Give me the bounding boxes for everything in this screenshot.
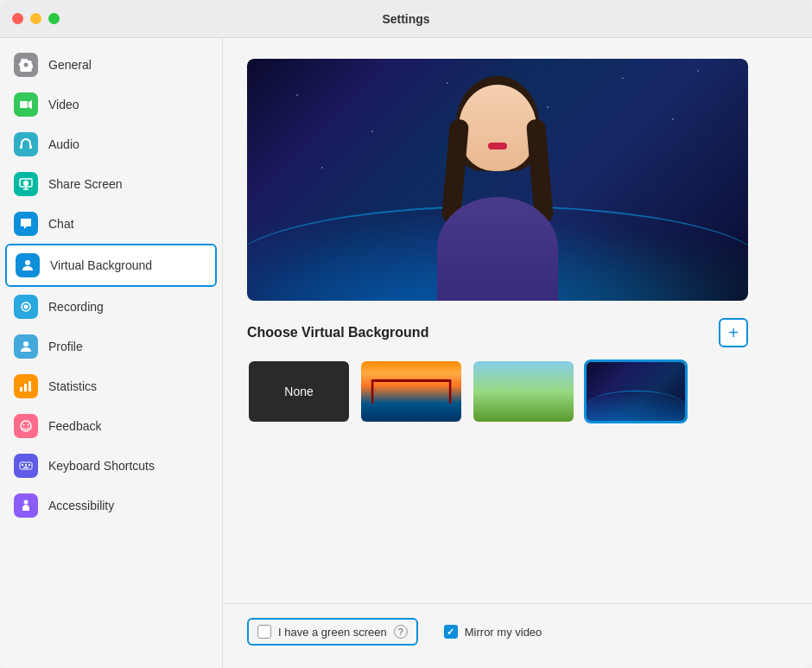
svg-rect-12 (20, 387, 22, 391)
sidebar-item-general[interactable]: General (0, 45, 222, 85)
bg-option-grass[interactable] (472, 359, 575, 423)
bg-grass-visual (473, 361, 574, 422)
minimize-button[interactable] (30, 13, 41, 24)
window-controls (12, 13, 60, 24)
bg-space-glow (587, 391, 685, 421)
sidebar-label-general: General (48, 58, 92, 72)
bg-none-label: None (249, 361, 349, 422)
sidebar-label-keyboard-shortcuts: Keyboard Shortcuts (48, 459, 155, 473)
mirror-checkbox[interactable] (444, 625, 458, 639)
window-title: Settings (382, 12, 429, 26)
accessibility-icon (14, 493, 38, 518)
close-button[interactable] (12, 13, 23, 24)
choose-title: Choose Virtual Background (247, 325, 428, 340)
video-preview (247, 59, 748, 301)
green-screen-help-icon[interactable]: ? (394, 625, 408, 639)
sidebar-label-feedback: Feedback (48, 419, 101, 433)
sidebar-label-accessibility: Accessibility (48, 499, 114, 512)
sidebar-item-virtual-background[interactable]: Virtual Background (5, 244, 217, 287)
person-body (437, 197, 558, 301)
svg-point-10 (24, 305, 29, 309)
audio-icon (14, 132, 38, 156)
settings-window: Settings GeneralVideoAudioShare ScreenCh… (0, 0, 812, 668)
svg-rect-14 (29, 381, 31, 391)
svg-rect-19 (22, 464, 23, 466)
maximize-button[interactable] (48, 13, 60, 24)
mirror-label: Mirror my video (465, 626, 542, 639)
svg-point-8 (25, 260, 30, 265)
sidebar-item-profile[interactable]: Profile (0, 327, 222, 366)
sidebar-item-video[interactable]: Video (0, 85, 222, 124)
svg-rect-21 (29, 464, 30, 466)
profile-icon (14, 334, 38, 359)
content-area: GeneralVideoAudioShare ScreenChatVirtual… (0, 38, 812, 668)
svg-rect-13 (24, 384, 27, 391)
statistics-icon (14, 374, 38, 398)
sidebar-label-share-screen: Share Screen (48, 177, 123, 191)
sidebar-label-statistics: Statistics (48, 379, 97, 393)
bg-option-space[interactable] (584, 359, 688, 423)
svg-point-17 (28, 424, 29, 426)
bg-bridge-visual (361, 361, 461, 422)
sidebar-item-feedback[interactable]: Feedback (0, 406, 222, 446)
title-bar: Settings (0, 0, 812, 38)
bridge-structure (371, 379, 452, 404)
sidebar-label-virtual-background: Virtual Background (50, 258, 152, 272)
sidebar-item-accessibility[interactable]: Accessibility (0, 486, 222, 525)
person-silhouette (411, 76, 584, 301)
recording-icon (14, 295, 38, 319)
svg-marker-1 (29, 100, 32, 109)
person-lips (488, 143, 507, 150)
virtual-background-icon (16, 253, 40, 277)
sidebar-item-statistics[interactable]: Statistics (0, 366, 222, 406)
svg-point-16 (23, 424, 25, 426)
sidebar-label-recording: Recording (48, 300, 104, 314)
sidebar-label-audio: Audio (48, 137, 79, 151)
bottom-controls: I have a green screen ? Mirror my video (223, 603, 812, 659)
green-screen-label: I have a green screen (278, 626, 387, 639)
sidebar-label-profile: Profile (48, 340, 83, 353)
sidebar: GeneralVideoAudioShare ScreenChatVirtual… (0, 38, 223, 668)
main-content: Choose Virtual Background + None (223, 38, 812, 668)
add-background-button[interactable]: + (719, 318, 748, 347)
choose-section: Choose Virtual Background + (247, 318, 748, 347)
svg-point-11 (23, 341, 29, 347)
svg-rect-22 (23, 467, 29, 468)
sidebar-item-audio[interactable]: Audio (0, 124, 222, 164)
video-icon (14, 92, 38, 117)
svg-rect-3 (29, 145, 32, 149)
share-screen-icon (14, 172, 38, 196)
svg-rect-0 (20, 101, 28, 108)
preview-image (247, 59, 748, 301)
svg-rect-2 (20, 145, 22, 149)
sidebar-label-video: Video (48, 98, 79, 111)
green-screen-checkbox[interactable] (257, 625, 271, 639)
svg-point-23 (24, 500, 29, 505)
bg-option-bridge[interactable] (359, 359, 463, 423)
feedback-icon (14, 414, 38, 438)
chat-icon (14, 212, 38, 236)
sidebar-label-chat: Chat (48, 217, 74, 231)
background-options: None (247, 359, 748, 423)
keyboard-shortcuts-icon (14, 454, 38, 478)
sidebar-item-chat[interactable]: Chat (0, 204, 222, 244)
bg-space-visual (587, 362, 685, 421)
general-icon (14, 53, 38, 77)
bg-option-none[interactable]: None (247, 359, 351, 423)
person-head (459, 85, 536, 171)
green-screen-group: I have a green screen ? (247, 618, 418, 646)
sidebar-item-recording[interactable]: Recording (0, 287, 222, 327)
sidebar-item-share-screen[interactable]: Share Screen (0, 164, 222, 204)
mirror-group: Mirror my video (444, 625, 542, 639)
svg-rect-20 (25, 464, 27, 466)
sidebar-item-keyboard-shortcuts[interactable]: Keyboard Shortcuts (0, 446, 222, 486)
